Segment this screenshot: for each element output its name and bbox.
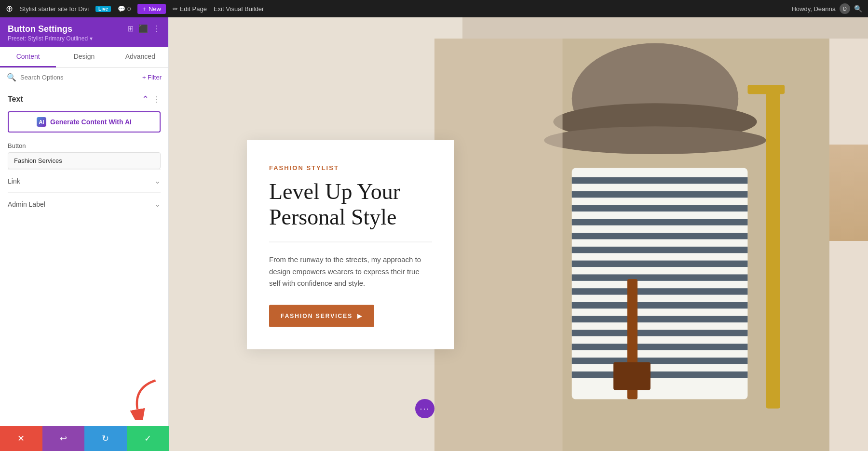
svg-rect-9 xyxy=(572,205,748,211)
top-bar-right: Howdy, Deanna D 🔍 xyxy=(791,3,862,14)
search-icon: 🔍 xyxy=(7,73,16,82)
link-section-header[interactable]: Link ⌄ xyxy=(8,176,161,186)
cta-arrow-icon: ▶ xyxy=(357,313,363,319)
ai-button-label: Generate Content With AI xyxy=(50,118,132,126)
tab-advanced[interactable]: Advanced xyxy=(112,47,168,67)
text-section-title: Text xyxy=(8,95,23,104)
comment-button[interactable]: 💬 0 xyxy=(118,5,131,13)
sidebar-header-info: Button Settings Preset: Stylist Primary … xyxy=(8,24,93,42)
svg-rect-18 xyxy=(572,330,748,336)
comment-count: 0 xyxy=(127,5,131,13)
cta-button[interactable]: FASHION SERVICES ▶ xyxy=(269,305,374,327)
content-card: FASHION STYLIST Level Up Your Personal S… xyxy=(247,140,454,349)
svg-rect-10 xyxy=(572,219,748,225)
howdy-label: Howdy, Deanna xyxy=(791,5,836,13)
section-controls: ⌃ ⋮ xyxy=(142,94,161,105)
three-dots-menu[interactable]: ··· xyxy=(415,399,434,418)
save-icon: ✓ xyxy=(144,433,151,444)
section-more-icon[interactable]: ⋮ xyxy=(153,95,161,104)
card-body-text: From the runway to the streets, my appro… xyxy=(269,253,432,289)
svg-rect-12 xyxy=(572,247,748,253)
new-label: New xyxy=(149,5,161,13)
admin-label-header[interactable]: Admin Label ⌄ xyxy=(8,199,161,209)
link-section: Link ⌄ xyxy=(8,169,161,192)
sidebar-preset: Preset: Stylist Primary Outlined ▾ xyxy=(8,35,93,42)
cancel-icon: ✕ xyxy=(17,433,25,444)
ai-icon: AI xyxy=(37,117,46,127)
text-section-header: Text ⌃ ⋮ xyxy=(8,94,161,105)
sidebar-header-icons: ⊞ ⬛ ⋮ xyxy=(127,24,161,33)
link-section-title: Link xyxy=(8,177,20,185)
button-text-input[interactable] xyxy=(8,152,161,169)
undo-button[interactable]: ↩ xyxy=(42,426,85,451)
search-icon[interactable]: 🔍 xyxy=(854,5,862,13)
top-bar-left: ⊕ Stylist starter site for Divi Live 💬 0… xyxy=(6,3,264,14)
filter-button[interactable]: + Filter xyxy=(142,74,162,81)
svg-rect-6 xyxy=(572,168,748,399)
save-button[interactable]: ✓ xyxy=(127,426,169,451)
new-button[interactable]: + New xyxy=(137,4,166,14)
card-subtitle: FASHION STYLIST xyxy=(269,164,432,172)
bottom-bar: ✕ ↩ ↻ ✓ xyxy=(0,426,169,451)
link-chevron-icon: ⌄ xyxy=(154,176,161,186)
viewport-icon[interactable]: ⊞ xyxy=(127,24,134,33)
card-title: Level Up Your Personal Style xyxy=(269,179,432,230)
svg-rect-17 xyxy=(572,316,748,322)
admin-label-title: Admin Label xyxy=(8,200,45,208)
ai-generate-button[interactable]: AI Generate Content With AI xyxy=(8,111,161,133)
layout: Button Settings Preset: Stylist Primary … xyxy=(0,0,868,451)
arm-detail xyxy=(829,145,868,241)
svg-rect-20 xyxy=(572,358,748,364)
wordpress-icon[interactable]: ⊕ xyxy=(6,3,13,14)
button-field-label: Button xyxy=(8,142,161,149)
svg-rect-8 xyxy=(572,191,748,198)
svg-rect-16 xyxy=(572,302,748,308)
sidebar-title: Button Settings xyxy=(8,24,93,34)
comment-icon: 💬 xyxy=(118,5,125,13)
edit-page-button[interactable]: ✏ Edit Page xyxy=(173,5,207,13)
svg-rect-15 xyxy=(572,288,748,294)
sidebar-header: Button Settings Preset: Stylist Primary … xyxy=(0,17,168,47)
tab-design[interactable]: Design xyxy=(56,47,112,67)
sidebar-content: Text ⌃ ⋮ AI Generate Content With AI But… xyxy=(0,87,168,426)
columns-icon[interactable]: ⬛ xyxy=(138,24,148,33)
more-options-icon[interactable]: ⋮ xyxy=(153,24,161,33)
main-content: FASHION STYLIST Level Up Your Personal S… xyxy=(169,17,868,451)
avatar: D xyxy=(840,3,850,14)
admin-chevron-icon: ⌄ xyxy=(154,199,161,209)
svg-rect-23 xyxy=(747,85,785,94)
live-badge: Live xyxy=(95,6,111,12)
svg-rect-22 xyxy=(766,85,780,409)
redo-button[interactable]: ↻ xyxy=(84,426,127,451)
fashion-photo-area xyxy=(434,39,829,451)
exit-builder-button[interactable]: Exit Visual Builder xyxy=(214,5,264,13)
card-divider xyxy=(269,241,432,242)
cancel-button[interactable]: ✕ xyxy=(0,426,42,451)
pencil-icon: ✏ xyxy=(173,5,178,13)
search-input[interactable] xyxy=(20,74,138,81)
right-sliver xyxy=(829,39,868,451)
sidebar-tabs: Content Design Advanced xyxy=(0,47,168,68)
sidebar-search-bar: 🔍 + Filter xyxy=(0,68,168,87)
svg-rect-25 xyxy=(613,362,651,390)
redo-icon: ↻ xyxy=(102,433,109,444)
site-name: Stylist starter site for Divi xyxy=(20,5,89,13)
svg-rect-14 xyxy=(572,274,748,280)
sidebar: Button Settings Preset: Stylist Primary … xyxy=(0,17,169,451)
svg-rect-13 xyxy=(572,261,748,267)
svg-rect-7 xyxy=(572,177,748,184)
chevron-up-icon[interactable]: ⌃ xyxy=(142,94,149,105)
plus-icon: + xyxy=(142,5,146,13)
undo-icon: ↩ xyxy=(60,433,67,444)
top-bar: ⊕ Stylist starter site for Divi Live 💬 0… xyxy=(0,0,868,17)
cta-label: FASHION SERVICES xyxy=(281,313,353,319)
admin-label-section: Admin Label ⌄ xyxy=(8,192,161,215)
chevron-down-icon: ▾ xyxy=(90,35,93,42)
svg-rect-21 xyxy=(572,371,748,378)
svg-rect-11 xyxy=(572,233,748,239)
tab-content[interactable]: Content xyxy=(0,47,56,67)
svg-point-5 xyxy=(544,126,766,154)
svg-rect-19 xyxy=(572,344,748,350)
